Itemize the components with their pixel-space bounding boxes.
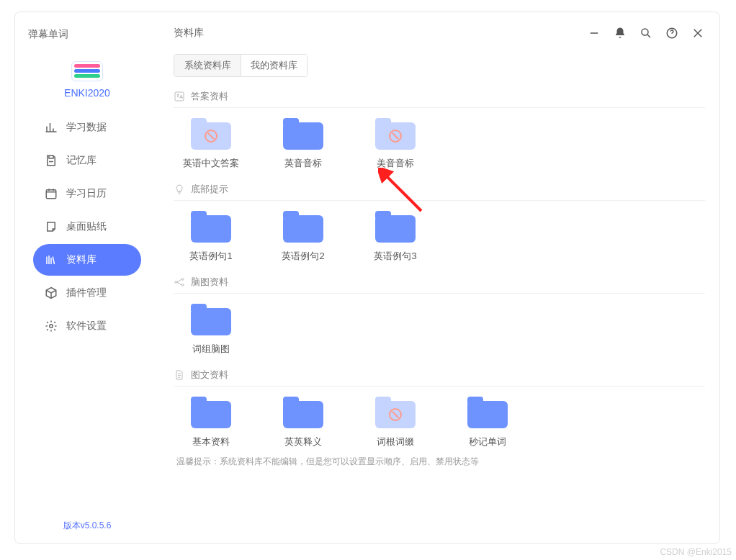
folder-label: 基本资料: [192, 435, 230, 448]
folder-label: 秒记单词: [469, 435, 506, 448]
folder-icon: [191, 397, 231, 428]
help-icon[interactable]: [665, 26, 679, 40]
section-title: 底部提示: [191, 183, 228, 196]
folder-icon: [467, 397, 508, 428]
forbidden-icon: [389, 408, 402, 421]
section-docimg: 图文资料 基本资料 英英释义 词根词缀 秒记单词: [174, 369, 705, 468]
divider: [174, 200, 705, 201]
main-header: 资料库: [174, 18, 705, 48]
app-title: 弹幕单词: [15, 18, 68, 50]
section-heading: 图文资料: [174, 369, 705, 386]
document-icon: [174, 369, 185, 381]
sidebar-item-label: 资料库: [66, 253, 97, 266]
sidebar-item-calendar[interactable]: 学习日历: [33, 178, 141, 209]
logo-block: ENKI2020: [64, 61, 110, 99]
cube-icon: [45, 286, 58, 299]
minimize-icon[interactable]: [587, 26, 601, 40]
sidebar-item-study-data[interactable]: 学习数据: [33, 112, 141, 143]
search-icon[interactable]: [639, 26, 653, 40]
svg-point-7: [181, 284, 184, 286]
folder-example1[interactable]: 英语例句1: [185, 211, 237, 263]
folder-label: 英英释义: [284, 435, 322, 448]
folder-icon: [283, 118, 323, 150]
folder-en-en-def[interactable]: 英英释义: [277, 397, 329, 448]
folder-icon: [283, 397, 323, 428]
sidebar-item-label: 学习数据: [66, 121, 107, 134]
folder-icon: [375, 397, 416, 428]
folder-icon: [191, 118, 231, 150]
sidebar: 弹幕单词 ENKI2020 学习数据 记忆库: [15, 12, 159, 543]
mindmap-icon: [174, 276, 185, 288]
folder-icon: [283, 211, 323, 243]
section-title: 图文资料: [191, 369, 228, 381]
folder-label: 英语例句2: [282, 250, 324, 263]
folder-uk-phonetic[interactable]: 英音音标: [277, 118, 329, 170]
folder-icon: [191, 304, 231, 335]
svg-point-5: [175, 281, 177, 284]
section-title: 脑图资料: [191, 276, 228, 289]
sidebar-item-sticky[interactable]: 桌面贴纸: [33, 211, 141, 243]
gear-icon: [45, 320, 58, 333]
section-heading: 脑图资料: [174, 276, 705, 293]
app-window: 弹幕单词 ENKI2020 学习数据 记忆库: [14, 12, 720, 544]
folder-label: 美音音标: [377, 157, 414, 170]
tab-group: 系统资料库 我的资料库: [174, 54, 308, 77]
folder-en-cn-answer[interactable]: 英语中文答案: [185, 118, 237, 170]
folder-row: 基本资料 英英释义 词根词缀 秒记单词: [174, 397, 705, 448]
brand-text: ENKI2020: [64, 87, 110, 99]
save-icon: [45, 154, 58, 167]
sidebar-item-label: 软件设置: [66, 320, 107, 333]
folder-label: 英音音标: [284, 157, 322, 170]
folder-example3[interactable]: 英语例句3: [369, 211, 421, 263]
app-logo-icon: [71, 61, 103, 81]
tab-system-library[interactable]: 系统资料库: [174, 55, 241, 76]
translate-icon: [174, 91, 185, 102]
sidebar-item-plugins[interactable]: 插件管理: [33, 277, 141, 309]
folder-label: 英语中文答案: [183, 157, 239, 170]
page-title: 资料库: [174, 27, 204, 40]
lightbulb-icon: [174, 184, 185, 195]
sidebar-item-label: 插件管理: [66, 286, 107, 299]
tab-my-library[interactable]: 我的资料库: [241, 55, 307, 76]
library-icon: [45, 253, 58, 266]
sidebar-item-label: 桌面贴纸: [66, 220, 107, 233]
version-text: 版本v5.0.5.6: [63, 520, 112, 532]
note-icon: [45, 220, 58, 233]
svg-point-6: [181, 279, 184, 281]
watermark: CSDN @Enki2015: [660, 547, 732, 557]
folder-label: 英语例句1: [189, 250, 232, 263]
folder-icon: [375, 211, 416, 243]
sidebar-item-settings[interactable]: 软件设置: [33, 310, 141, 342]
folder-basic-info[interactable]: 基本资料: [185, 397, 237, 448]
folder-row: 词组脑图: [174, 304, 705, 356]
folder-example2[interactable]: 英语例句2: [277, 211, 329, 263]
section-answers: 答案资料 英语中文答案 英音音标 美音音标: [174, 90, 705, 170]
sidebar-nav: 学习数据 记忆库 学习日历 桌面贴纸: [15, 112, 159, 342]
section-title: 答案资料: [191, 90, 228, 103]
folder-label: 词根词缀: [377, 435, 414, 448]
divider: [174, 107, 705, 108]
close-icon[interactable]: [691, 26, 705, 40]
svg-rect-4: [175, 92, 184, 101]
bell-icon[interactable]: [613, 26, 627, 40]
section-heading: 底部提示: [174, 183, 705, 200]
sidebar-item-library[interactable]: 资料库: [33, 244, 141, 276]
main-panel: 资料库 系统资料库 我的资料库 答案资料 英语中文答案: [159, 12, 719, 543]
section-heading: 答案资料: [174, 90, 705, 107]
folder-root-affix[interactable]: 词根词缀: [369, 397, 421, 448]
section-hints: 底部提示 英语例句1 英语例句2 英语例句3: [174, 183, 705, 263]
forbidden-icon: [389, 130, 402, 143]
svg-point-1: [50, 325, 53, 328]
svg-rect-0: [46, 190, 56, 199]
folder-phrase-mindmap[interactable]: 词组脑图: [185, 304, 237, 356]
folder-icon: [375, 118, 416, 150]
divider: [174, 293, 705, 294]
section-mindmap: 脑图资料 词组脑图: [174, 276, 705, 356]
sidebar-item-label: 学习日历: [66, 187, 107, 200]
folder-label: 英语例句3: [374, 250, 416, 263]
divider: [174, 386, 705, 387]
folder-us-phonetic[interactable]: 美音音标: [369, 118, 421, 170]
bar-chart-icon: [45, 121, 58, 134]
folder-quick-memory[interactable]: 秒记单词: [462, 397, 513, 448]
sidebar-item-memory[interactable]: 记忆库: [33, 145, 141, 176]
